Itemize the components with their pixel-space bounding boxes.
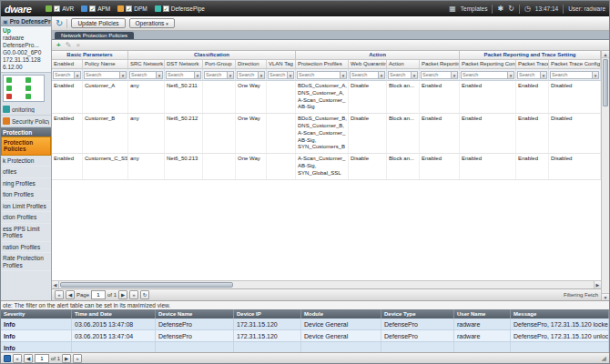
- last-page-button[interactable]: »: [129, 290, 138, 299]
- filter-search-input[interactable]: [350, 71, 379, 79]
- checkbox-icon[interactable]: ✓: [163, 5, 169, 12]
- device-node[interactable]: ▣ Pro DefensePro: [1, 16, 51, 26]
- filter-dropdown-icon[interactable]: ▾: [412, 71, 418, 79]
- table-row[interactable]: EnabledCustomer_BanyNet6_50.212One WayBD…: [52, 114, 601, 154]
- table-row[interactable]: EnabledCustomer_AanyNet6_50.211One WayBD…: [52, 81, 601, 114]
- sidebar-item[interactable]: k Protection: [1, 156, 51, 167]
- templates-button[interactable]: Templates: [461, 5, 488, 12]
- add-policy-icon[interactable]: +: [56, 42, 61, 49]
- column-header[interactable]: Packet Trace Configuration on Pol: [549, 60, 601, 69]
- refresh-grid-button[interactable]: ↻: [140, 290, 149, 299]
- sidebar-item[interactable]: ess PPS Limit Profiles: [1, 224, 51, 242]
- sidebar-item[interactable]: ning Profiles: [1, 178, 51, 189]
- sidebar-item[interactable]: tion Profiles: [1, 189, 51, 200]
- column-header[interactable]: Packet Reporting Configuration on Policy…: [460, 60, 516, 69]
- sidebar-item[interactable]: ion Limit Profiles: [1, 201, 51, 212]
- filter-search-input[interactable]: [204, 71, 228, 79]
- column-header[interactable]: Policy Name: [83, 60, 128, 69]
- filter-dropdown-icon[interactable]: ▾: [341, 71, 347, 79]
- scrollbar-thumb[interactable]: [603, 59, 608, 106]
- tab-network-protection-policies[interactable]: Network Protection Policies: [55, 32, 134, 39]
- sidebar-item[interactable]: Rate Protection Profiles: [1, 253, 51, 271]
- horizontal-scrollbar[interactable]: ◀ ▶: [52, 280, 601, 288]
- filter-dropdown-icon[interactable]: ▾: [259, 71, 265, 79]
- alerts-next-page-button[interactable]: ▶: [62, 354, 71, 363]
- alerts-column-header[interactable]: Time and Date: [72, 309, 156, 318]
- filter-search-input[interactable]: [129, 71, 157, 79]
- filter-dropdown-icon[interactable]: ▾: [508, 71, 514, 79]
- operations-button[interactable]: Operations▾: [129, 18, 175, 28]
- resize-grip-icon[interactable]: ◢: [602, 355, 606, 362]
- alerts-column-header[interactable]: Severity: [1, 309, 72, 318]
- scroll-right-icon[interactable]: ▶: [594, 281, 601, 288]
- alerts-column-header[interactable]: Device Name: [156, 309, 234, 318]
- column-header[interactable]: Direction: [236, 60, 267, 69]
- filter-dropdown-icon[interactable]: ▾: [452, 71, 458, 79]
- alerts-page-input[interactable]: [35, 354, 49, 363]
- settings-icon[interactable]: ✱: [497, 5, 503, 13]
- filter-search-input[interactable]: [517, 71, 541, 79]
- edit-policy-icon[interactable]: ✎: [66, 42, 72, 49]
- alert-row[interactable]: Info03.06.2015 13:47:08DefensePro172.31.…: [1, 318, 609, 330]
- filter-search-input[interactable]: [268, 71, 288, 79]
- column-header[interactable]: Packet Trace: [516, 60, 549, 69]
- module-toggle-apm[interactable]: ✓APM: [81, 5, 110, 12]
- perspective-security-policy[interactable]: Security Policy: [1, 116, 51, 127]
- column-header[interactable]: Web Quarantine: [349, 60, 387, 69]
- table-row[interactable]: EnabledCustomers_C_SSL_anyNet6_50.213One…: [52, 154, 601, 179]
- perspective-monitoring[interactable]: onitoring: [1, 104, 51, 116]
- column-header[interactable]: SRC Network: [128, 60, 165, 69]
- delete-policy-icon[interactable]: ×: [76, 42, 80, 49]
- checkbox-icon[interactable]: ✓: [54, 5, 60, 12]
- refresh-policies-icon[interactable]: ↻: [56, 19, 63, 28]
- alert-row[interactable]: Info03.06.2015 13:47:04DefensePro172.31.…: [1, 330, 609, 342]
- filter-search-input[interactable]: [297, 71, 341, 79]
- scroll-up-icon[interactable]: ▲: [602, 51, 609, 58]
- column-header[interactable]: VLAN Tag: [267, 60, 296, 69]
- prev-page-button[interactable]: ◀: [66, 290, 75, 299]
- filter-search-input[interactable]: [388, 71, 412, 79]
- filter-search-input[interactable]: [84, 71, 120, 79]
- filter-dropdown-icon[interactable]: ▾: [288, 71, 294, 79]
- filter-dropdown-icon[interactable]: ▾: [157, 71, 163, 79]
- filter-search-input[interactable]: [461, 71, 508, 79]
- column-header[interactable]: Port-Group: [203, 60, 236, 69]
- checkbox-icon[interactable]: ✓: [89, 5, 96, 12]
- filter-dropdown-icon[interactable]: ▾: [379, 71, 385, 79]
- sidebar-item[interactable]: nation Profiles: [1, 242, 51, 253]
- filter-dropdown-icon[interactable]: ▾: [120, 71, 127, 79]
- scrollbar-thumb[interactable]: [60, 282, 233, 288]
- filter-search-input[interactable]: [237, 71, 259, 79]
- module-toggle-dpm[interactable]: ✓DPM: [117, 5, 147, 12]
- first-page-button[interactable]: «: [55, 290, 64, 299]
- alerts-column-header[interactable]: Message: [511, 309, 609, 318]
- filter-search-input[interactable]: [421, 71, 452, 79]
- filter-search-input[interactable]: [53, 71, 75, 79]
- module-toggle-defensepipe[interactable]: ✓DefensePipe: [155, 5, 205, 12]
- refresh-icon[interactable]: ↻: [508, 5, 514, 13]
- module-toggle-avr[interactable]: ✓AVR: [46, 5, 74, 12]
- alerts-last-page-button[interactable]: »: [73, 354, 82, 363]
- column-header[interactable]: Protection Profiles: [296, 60, 349, 69]
- scroll-down-icon[interactable]: ▼: [602, 293, 609, 300]
- filter-dropdown-icon[interactable]: ▾: [228, 71, 234, 79]
- filter-dropdown-icon[interactable]: ▾: [541, 71, 547, 79]
- filter-dropdown-icon[interactable]: ▾: [195, 71, 201, 79]
- scroll-left-icon[interactable]: ◀: [52, 281, 59, 288]
- alerts-first-page-button[interactable]: «: [13, 354, 22, 363]
- alerts-column-header[interactable]: Device IP: [234, 309, 301, 318]
- next-page-button[interactable]: ▶: [118, 290, 127, 299]
- alerts-column-header[interactable]: Module: [301, 309, 381, 318]
- sidebar-item[interactable]: ction Profiles: [1, 212, 51, 223]
- alerts-prev-page-button[interactable]: ◀: [24, 354, 33, 363]
- checkbox-icon[interactable]: ✓: [126, 5, 132, 12]
- update-policies-button[interactable]: Update Policies: [71, 18, 125, 28]
- alerts-column-header[interactable]: Device Type: [381, 309, 454, 318]
- column-header[interactable]: Action: [387, 60, 420, 69]
- sidebar-item[interactable]: Protection Policies: [1, 136, 51, 156]
- filter-search-input[interactable]: [550, 71, 593, 79]
- column-header[interactable]: Enabled: [52, 60, 83, 69]
- page-input[interactable]: [91, 290, 106, 299]
- filter-search-input[interactable]: [166, 71, 195, 79]
- alert-row[interactable]: Info: [1, 342, 609, 352]
